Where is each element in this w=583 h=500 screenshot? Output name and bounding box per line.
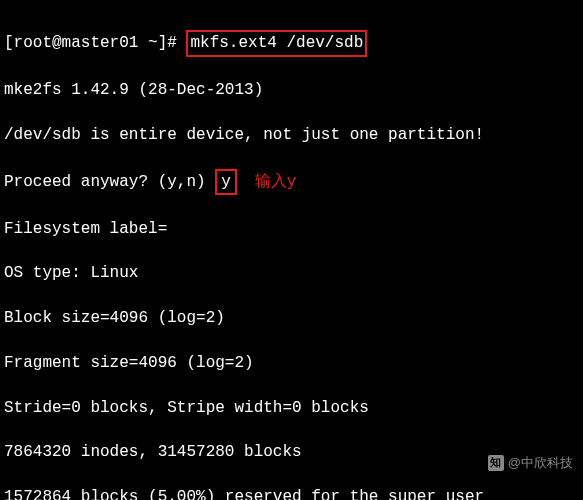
command-line[interactable]: [root@master01 ~]# mkfs.ext4 /dev/sdb [4,30,579,56]
output-line: Filesystem label= [4,218,579,240]
shell-prompt: [root@master01 ~]# [4,34,177,52]
output-line: /dev/sdb is entire device, not just one … [4,124,579,146]
output-line: Block size=4096 (log=2) [4,307,579,329]
watermark: 知 @中欣科技 [488,454,573,472]
answer-highlight: y [215,169,237,195]
watermark-text: @中欣科技 [508,454,573,472]
proceed-line[interactable]: Proceed anyway? (y,n) y输入y [4,169,579,195]
proceed-prompt: Proceed anyway? (y,n) [4,173,206,191]
command-highlight: mkfs.ext4 /dev/sdb [186,30,367,56]
output-line: OS type: Linux [4,262,579,284]
output-line: Stride=0 blocks, Stripe width=0 blocks [4,397,579,419]
terminal-output: [root@master01 ~]# mkfs.ext4 /dev/sdb mk… [4,8,579,500]
annotation-text: 输入y [255,173,297,191]
zhihu-icon: 知 [488,455,504,471]
output-line: mke2fs 1.42.9 (28-Dec-2013) [4,79,579,101]
output-line: Fragment size=4096 (log=2) [4,352,579,374]
output-line: 1572864 blocks (5.00%) reserved for the … [4,486,579,500]
